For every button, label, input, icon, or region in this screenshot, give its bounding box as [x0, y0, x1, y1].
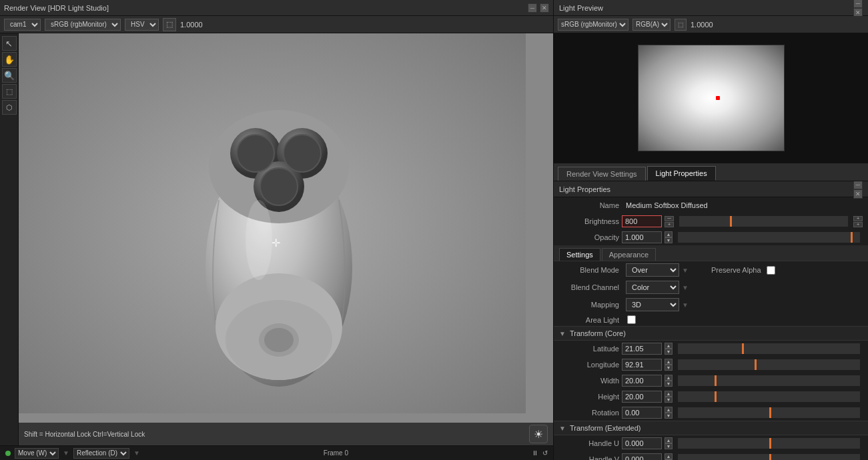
- rotation-down[interactable]: ▼: [665, 413, 673, 419]
- handle-u-row: Handle U ▲ ▼: [554, 435, 868, 451]
- area-light-checkbox[interactable]: [627, 315, 636, 324]
- preserve-alpha-checkbox[interactable]: [767, 266, 775, 275]
- camera-select[interactable]: cam1: [4, 19, 41, 31]
- select-tool[interactable]: ↖: [2, 36, 17, 51]
- brightness-minus-btn[interactable]: ─: [665, 216, 674, 221]
- handle-u-up[interactable]: ▲: [665, 437, 673, 443]
- pan-tool[interactable]: ✋: [2, 52, 17, 67]
- preview-minimize-btn[interactable]: ─: [853, 0, 863, 8]
- longitude-slider[interactable]: [678, 359, 860, 370]
- longitude-label: Longitude: [559, 361, 619, 369]
- zoom-tool[interactable]: 🔍: [2, 68, 17, 83]
- colormode-select[interactable]: HSV: [125, 19, 159, 31]
- brightness-global-plus[interactable]: +: [853, 222, 863, 227]
- colorspace-select[interactable]: sRGB (rgbMonitor): [45, 19, 121, 31]
- status-hint: Shift = Horizontal Lock Ctrl=Vertical Lo…: [24, 431, 145, 438]
- blend-channel-select[interactable]: Color Alpha: [626, 281, 679, 294]
- shape-tool[interactable]: ⬡: [2, 100, 17, 115]
- preview-display-icon[interactable]: ⬚: [675, 19, 687, 31]
- svg-point-5: [264, 328, 294, 352]
- minimize-btn[interactable]: ─: [528, 3, 537, 13]
- width-slider[interactable]: [678, 375, 860, 386]
- height-down[interactable]: ▼: [665, 397, 673, 403]
- prop-minimize-btn[interactable]: ─: [853, 181, 863, 189]
- rotation-up[interactable]: ▲: [665, 407, 673, 413]
- brightness-slider[interactable]: [679, 216, 848, 227]
- blend-mode-select[interactable]: Over Add Multiply: [626, 263, 679, 277]
- rotation-slider[interactable]: [678, 407, 860, 418]
- render-image: ✛: [19, 33, 526, 413]
- sun-icon-btn[interactable]: ☀: [529, 425, 548, 443]
- transform-extended-arrow: ▼: [559, 425, 566, 432]
- handle-v-input[interactable]: [622, 453, 662, 460]
- light-preview-canvas: [554, 33, 868, 163]
- brightness-global-minus[interactable]: +: [853, 216, 863, 221]
- brightness-plus-btn[interactable]: +: [665, 222, 674, 227]
- preview-colorspace-select[interactable]: sRGB (rgbMonitor): [558, 19, 628, 31]
- height-slider[interactable]: [678, 391, 860, 402]
- latitude-row: Latitude ▲ ▼: [554, 341, 868, 357]
- rotation-input[interactable]: [622, 407, 662, 419]
- play-btn[interactable]: ⏸: [532, 449, 538, 457]
- blend-channel-row: Blend Channel Color Alpha ▼: [554, 279, 868, 296]
- inner-tab-settings[interactable]: Settings: [559, 248, 600, 261]
- render-view-title: Render View [HDR Light Studio]: [4, 4, 109, 12]
- opacity-down-btn[interactable]: ▼: [665, 237, 673, 243]
- longitude-input[interactable]: [622, 359, 662, 371]
- brightness-input[interactable]: [622, 215, 662, 227]
- latitude-slider[interactable]: [678, 343, 860, 354]
- rotation-row: Rotation ▲ ▼: [554, 405, 868, 421]
- inner-tab-appearance[interactable]: Appearance: [602, 248, 656, 261]
- prop-close-btn[interactable]: ✕: [853, 189, 863, 199]
- width-input[interactable]: [622, 375, 662, 387]
- opacity-label: Opacity: [559, 233, 619, 241]
- height-input[interactable]: [622, 391, 662, 403]
- opacity-spin: ▲ ▼: [665, 231, 673, 243]
- close-btn[interactable]: ✕: [540, 3, 549, 13]
- tab-render-view-settings[interactable]: Render View Settings: [558, 167, 646, 181]
- preview-exposure: 1.0000: [691, 21, 713, 29]
- preview-dot: [716, 96, 720, 100]
- height-up[interactable]: ▲: [665, 391, 673, 397]
- handle-u-input[interactable]: [622, 437, 662, 449]
- mode-select[interactable]: Move (W): [15, 448, 59, 459]
- refresh-btn[interactable]: ↺: [542, 449, 548, 457]
- svg-point-10: [237, 135, 274, 172]
- inner-tabs: Settings Appearance: [554, 245, 868, 261]
- render-status-bar: Move (W) ▼ Reflection (D) ▼ Frame 0 ⏸ ↺: [0, 445, 553, 460]
- opacity-input[interactable]: [622, 231, 662, 243]
- render-toolbar: cam1 sRGB (rgbMonitor) HSV ⬚ 1.0000: [0, 16, 553, 33]
- latitude-input[interactable]: [622, 343, 662, 355]
- handle-u-down[interactable]: ▼: [665, 443, 673, 449]
- reflection-select[interactable]: Reflection (D): [73, 448, 129, 459]
- frame-tool[interactable]: ⬚: [2, 84, 17, 99]
- properties-panel: Light Properties ─ ✕ Name Medium Softbox…: [554, 181, 868, 460]
- handle-u-label: Handle U: [559, 439, 619, 447]
- longitude-down[interactable]: ▼: [665, 365, 673, 371]
- display-icon[interactable]: ⬚: [163, 18, 176, 31]
- preview-image: [638, 45, 785, 151]
- brightness-label: Brightness: [559, 217, 619, 225]
- opacity-up-btn[interactable]: ▲: [665, 231, 673, 237]
- rotation-spin: ▲ ▼: [665, 407, 673, 419]
- brightness-global-pm: + +: [853, 216, 863, 227]
- handle-v-slider[interactable]: [678, 454, 860, 460]
- handle-v-up[interactable]: ▲: [665, 453, 673, 459]
- width-row: Width ▲ ▼: [554, 373, 868, 389]
- handle-u-slider[interactable]: [678, 438, 860, 449]
- latitude-down[interactable]: ▼: [665, 349, 673, 355]
- opacity-slider[interactable]: [678, 232, 860, 243]
- longitude-up[interactable]: ▲: [665, 359, 673, 365]
- blend-channel-arrow: ▼: [682, 284, 689, 291]
- name-value: Medium Softbox Diffused: [626, 201, 708, 209]
- mapping-select[interactable]: 3D 2D: [626, 298, 679, 311]
- mapping-arrow: ▼: [682, 301, 689, 309]
- width-up[interactable]: ▲: [665, 375, 673, 381]
- width-down[interactable]: ▼: [665, 381, 673, 387]
- latitude-up[interactable]: ▲: [665, 343, 673, 349]
- tab-light-properties[interactable]: Light Properties: [647, 166, 716, 181]
- preview-colormode-select[interactable]: RGB(A): [632, 19, 671, 31]
- brightness-row: Brightness ─ + + +: [554, 213, 868, 229]
- blend-channel-label: Blend Channel: [559, 283, 619, 291]
- render-content-area: ↖ ✋ 🔍 ⬚ ⬡: [0, 33, 553, 445]
